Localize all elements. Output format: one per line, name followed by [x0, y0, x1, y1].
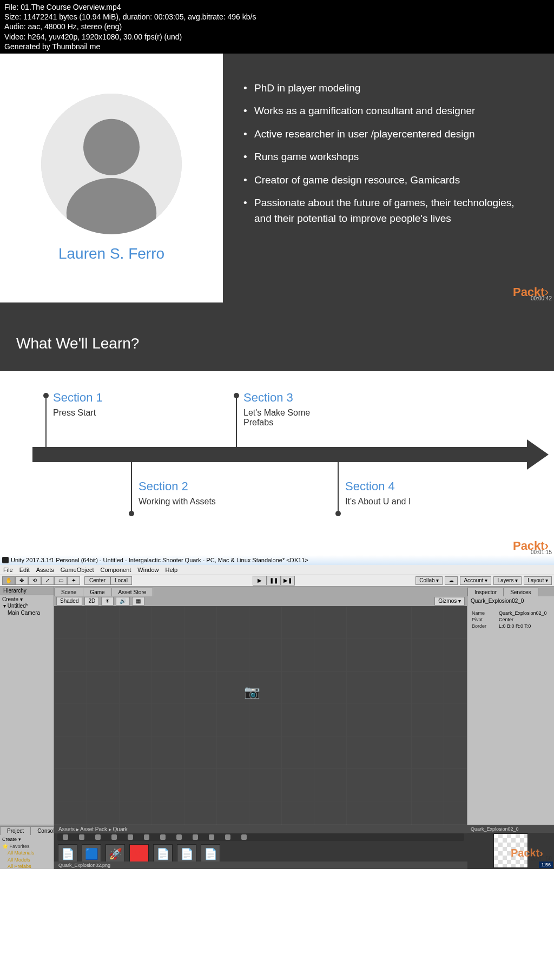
inspector-row: NameQuark_Explosion02_0	[470, 610, 552, 616]
asset-browser: Assets ▸ Asset Pack ▸ Quark 📄License 🟦Qu…	[54, 825, 467, 869]
frame-icon[interactable]	[225, 834, 230, 840]
file-metadata: File: 01.The Course Overview.mp4 Size: 1…	[0, 0, 554, 54]
shaded-dropdown[interactable]: Shaded	[56, 597, 82, 606]
project-tab[interactable]: Project	[0, 826, 31, 835]
asset-item[interactable]: 📄License	[57, 844, 78, 861]
scene-item[interactable]: ▾ Untitled*	[2, 602, 51, 609]
inspector-panel: Inspector Services Quark_Explosion02_0 N…	[467, 587, 554, 825]
inspector-asset-name: Quark_Explosion02_0	[470, 597, 552, 604]
scale-tool-icon[interactable]: ⤢	[41, 576, 54, 585]
menu-component[interactable]: Component	[100, 567, 131, 573]
move-tool-icon[interactable]: ✥	[15, 576, 28, 585]
menu-gameobject[interactable]: GameObject	[61, 567, 94, 573]
menu-assets[interactable]: Assets	[36, 567, 54, 573]
system-clock[interactable]: 1:56	[539, 861, 553, 868]
cloud-icon[interactable]: ☁	[445, 576, 458, 585]
section-desc: Working with Assets	[138, 497, 216, 507]
hierarchy-tab[interactable]: Hierarchy	[0, 587, 54, 595]
frame-icon[interactable]	[63, 834, 68, 840]
transform-tool-icon[interactable]: ✦	[67, 576, 80, 585]
inspector-tab[interactable]: Inspector	[467, 588, 504, 596]
hand-tool-icon[interactable]: ✋	[2, 576, 15, 585]
section-line	[131, 462, 132, 511]
section-dot	[129, 511, 134, 516]
layout-dropdown[interactable]: Layout ▾	[524, 576, 552, 585]
frame-icon[interactable]	[79, 834, 84, 840]
pause-icon[interactable]: ❚❚	[267, 576, 281, 586]
timestamp: 00:00:42	[531, 295, 552, 301]
rotate-tool-icon[interactable]: ⟲	[28, 576, 41, 585]
create-dropdown[interactable]: Create ▾	[2, 836, 51, 843]
file-audio-line: Audio: aac, 48000 Hz, stereo (eng)	[4, 22, 550, 31]
frame-icon[interactable]	[160, 834, 166, 840]
file-video-line: Video: h264, yuv420p, 1920x1080, 30.00 f…	[4, 32, 550, 42]
frame-icon[interactable]	[209, 834, 214, 840]
favorites-folder[interactable]: ⭐ Favorites	[2, 843, 51, 850]
collab-dropdown[interactable]: Collab ▾	[416, 576, 443, 585]
section-label: Section 2 Working with Assets	[138, 479, 216, 507]
asset-store-tab[interactable]: Asset Store	[111, 588, 154, 596]
play-icon[interactable]: ▶	[253, 576, 267, 586]
view-2d-toggle[interactable]: 2D	[84, 597, 99, 606]
unity-icon	[2, 557, 9, 563]
menu-file[interactable]: File	[3, 567, 13, 573]
create-dropdown[interactable]: Create ▾	[2, 596, 51, 602]
asset-item[interactable]: 📄Supported..	[176, 844, 197, 861]
console-tab[interactable]: Console	[30, 826, 54, 835]
menu-window[interactable]: Window	[137, 567, 159, 573]
frame-icon[interactable]	[95, 834, 101, 840]
file-name-line: File: 01.The Course Overview.mp4	[4, 2, 550, 12]
timeline-arrow-line	[32, 447, 538, 462]
sprite-sequence-strip[interactable]	[57, 833, 464, 841]
section-title: Section 3	[243, 391, 330, 405]
section-line	[236, 398, 237, 447]
frame-icon[interactable]	[176, 834, 182, 840]
game-tab[interactable]: Game	[83, 588, 111, 596]
window-title-bar[interactable]: Unity 2017.3.1f1 Personal (64bit) - Unti…	[0, 555, 554, 565]
asset-item[interactable]: ❤Quark_UI..	[129, 844, 149, 861]
author-panel: Lauren S. Ferro	[0, 54, 223, 302]
favorite-item[interactable]: All Models	[2, 857, 51, 864]
status-bar: Quark_Explosion02.png	[54, 861, 467, 869]
file-size-line: Size: 11472241 bytes (10.94 MiB), durati…	[4, 12, 550, 22]
frame-icon[interactable]	[144, 834, 149, 840]
camera-gizmo-icon[interactable]: 📷	[244, 685, 260, 700]
fx-icon[interactable]: ▦	[132, 597, 144, 606]
preview-header: Quark_Explosion02_0	[467, 825, 554, 833]
favorite-item[interactable]: All Materials	[2, 850, 51, 857]
project-panel: Project Console Create ▾ ⭐ Favorites All…	[0, 825, 54, 869]
section-label: Section 4 It's About U and I	[345, 479, 411, 507]
rect-tool-icon[interactable]: ▭	[54, 576, 67, 585]
slide-learn-header: What We'll Learn?	[0, 302, 554, 371]
layers-dropdown[interactable]: Layers ▾	[493, 576, 522, 585]
step-icon[interactable]: ▶❚	[281, 576, 295, 586]
services-tab[interactable]: Services	[503, 588, 538, 596]
asset-item[interactable]: 📄Version	[200, 844, 221, 861]
audio-icon[interactable]: 🔊	[116, 597, 130, 606]
account-dropdown[interactable]: Account ▾	[460, 576, 491, 585]
asset-item[interactable]: 📄Readme	[153, 844, 173, 861]
pivot-toggle[interactable]: Center	[84, 576, 110, 585]
gameobject-item[interactable]: Main Camera	[2, 609, 51, 616]
file-generator-line: Generated by Thumbnail me	[4, 42, 550, 51]
scene-view[interactable]: 📷	[54, 606, 467, 825]
breadcrumb[interactable]: Assets ▸ Asset Pack ▸ Quark	[54, 825, 467, 833]
asset-item[interactable]: 🟦Quark_Ex..	[81, 844, 102, 861]
frame-icon[interactable]	[128, 834, 133, 840]
menu-edit[interactable]: Edit	[19, 567, 30, 573]
frame-icon[interactable]	[111, 834, 117, 840]
menu-help[interactable]: Help	[165, 567, 177, 573]
scene-tab[interactable]: Scene	[54, 588, 83, 596]
space-toggle[interactable]: Local	[110, 576, 132, 585]
frame-icon[interactable]	[193, 834, 198, 840]
section-label: Section 3 Let's Make Some Prefabs	[243, 391, 330, 427]
asset-item[interactable]: 🚀Quark_Sp..	[105, 844, 126, 861]
section-desc: It's About U and I	[345, 497, 411, 507]
favorite-item[interactable]: All Prefabs	[2, 863, 51, 869]
timeline: Section 1 Press Start Section 3 Let's Ma…	[11, 393, 543, 517]
frame-icon[interactable]	[241, 834, 247, 840]
lighting-icon[interactable]: ☀	[101, 597, 114, 606]
section-label: Section 1 Press Start	[53, 391, 103, 418]
bio-item: Runs game workshops	[239, 149, 532, 165]
gizmos-dropdown[interactable]: Gizmos ▾	[434, 597, 465, 606]
